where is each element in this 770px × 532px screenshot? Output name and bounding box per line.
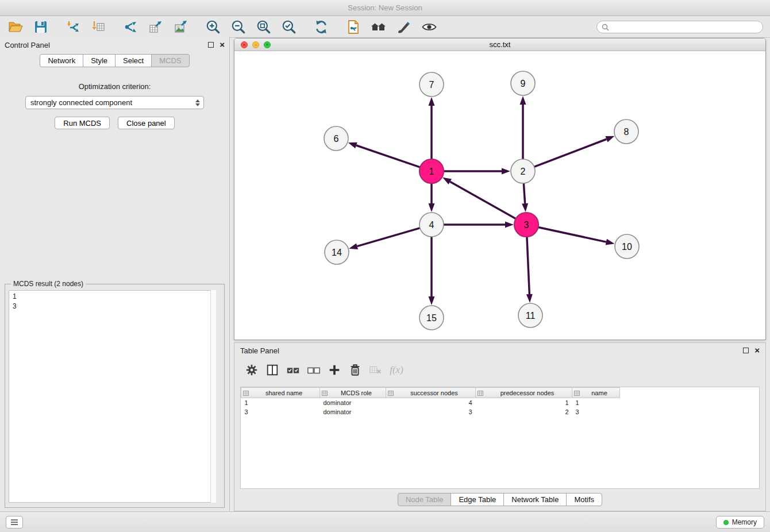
table-cell[interactable]: 3 (386, 407, 476, 417)
graph-edge-arrowhead (522, 203, 528, 212)
graph-node-7[interactable]: 7 (419, 72, 444, 97)
task-history-button[interactable] (6, 516, 23, 529)
zoom-fit-button[interactable] (254, 17, 274, 37)
graph-node-4[interactable]: 4 (419, 213, 444, 237)
graph-node-2[interactable]: 2 (511, 159, 535, 183)
graph-edge-arrowhead (502, 168, 510, 175)
float-table-panel-icon[interactable] (743, 348, 749, 353)
graph-node-10[interactable]: 10 (615, 234, 639, 259)
app-titlebar: Session: New Session (0, 0, 770, 16)
app-title: Session: New Session (348, 3, 422, 12)
graph-node-6[interactable]: 6 (324, 126, 348, 151)
import-network-button[interactable] (63, 17, 83, 37)
graph-node-15[interactable]: 15 (419, 306, 444, 330)
close-mcds-panel-button[interactable]: Close panel (118, 117, 175, 129)
show-neighbors-button[interactable] (369, 17, 388, 37)
table-cell[interactable]: 1 (476, 398, 572, 407)
create-column-button[interactable] (325, 361, 344, 379)
table-row[interactable]: 1dominator411 (241, 398, 620, 407)
tab-network[interactable]: Network (40, 54, 83, 67)
tab-style[interactable]: Style (83, 54, 116, 67)
delete-table-button[interactable] (367, 361, 385, 379)
table-cell[interactable]: 2 (476, 407, 572, 417)
minimize-window-icon[interactable] (252, 41, 259, 48)
import-table-button[interactable] (88, 17, 108, 37)
table-cell[interactable]: 3 (572, 407, 620, 417)
graph-node-label: 4 (429, 220, 434, 230)
column-header-mcds-role[interactable]: MCDS role (320, 388, 386, 398)
table-cell[interactable]: dominator (320, 407, 386, 417)
search-box[interactable] (596, 21, 763, 33)
tab-mcds[interactable]: MCDS (151, 54, 189, 67)
zoom-out-button[interactable] (229, 17, 248, 37)
memory-label: Memory (732, 518, 757, 526)
network-window: scc.txt 1234678910111415 (234, 38, 766, 340)
column-header-shared-name[interactable]: shared name (241, 388, 320, 398)
table-row[interactable]: 3dominator323 (241, 407, 620, 417)
graph-node-3[interactable]: 3 (514, 213, 538, 237)
graph-edge-arrowhead (505, 222, 514, 228)
graph-edge[interactable] (527, 237, 529, 294)
table-cell[interactable]: 1 (241, 398, 320, 407)
network-graph[interactable]: 1234678910111415 (234, 51, 765, 340)
table-cell[interactable]: 4 (386, 398, 476, 407)
graph-edge[interactable] (534, 139, 607, 167)
run-mcds-button[interactable]: Run MCDS (55, 117, 110, 129)
graph-node-11[interactable]: 11 (518, 303, 542, 327)
graph-node-1[interactable]: 1 (419, 159, 444, 183)
graph-node-14[interactable]: 14 (325, 240, 349, 264)
graph-node-9[interactable]: 9 (511, 71, 535, 95)
close-control-panel-icon[interactable] (220, 42, 225, 48)
graph-node-8[interactable]: 8 (614, 119, 638, 144)
tab-select[interactable]: Select (115, 54, 152, 67)
column-header-name[interactable]: name (572, 388, 620, 398)
export-network-button[interactable] (121, 17, 140, 37)
delete-column-button[interactable] (346, 361, 364, 379)
tab-edge-table[interactable]: Edge Table (451, 493, 504, 506)
graph-edge-arrowhead (606, 239, 615, 245)
save-session-button[interactable] (31, 17, 51, 37)
tab-motifs[interactable]: Motifs (566, 493, 602, 506)
style-button[interactable] (394, 17, 414, 37)
column-header-successor-nodes[interactable]: successor nodes (386, 388, 476, 398)
column-header-predecessor-nodes[interactable]: predecessor nodes (476, 388, 572, 398)
unselect-all-columns-button[interactable] (305, 361, 323, 379)
float-panel-icon[interactable] (208, 42, 214, 48)
tab-node-table[interactable]: Node Table (398, 493, 452, 506)
export-image-button[interactable] (171, 17, 191, 37)
tab-network-table[interactable]: Network Table (503, 493, 567, 506)
table-cell[interactable]: 3 (241, 407, 320, 417)
close-table-panel-icon[interactable] (754, 348, 760, 353)
search-input[interactable] (612, 22, 758, 32)
new-network-from-selection-button[interactable] (344, 17, 363, 37)
table-cell[interactable]: dominator (320, 398, 386, 407)
search-icon (602, 24, 609, 31)
zoom-window-icon[interactable] (264, 41, 271, 48)
table-cell[interactable]: 1 (572, 398, 620, 407)
graph-edge[interactable] (356, 145, 420, 167)
graph-edge[interactable] (450, 182, 515, 219)
graph-edge[interactable] (538, 227, 606, 242)
graph-node-label: 7 (429, 80, 434, 90)
toggle-column-button[interactable] (263, 361, 282, 379)
apply-layout-button[interactable] (311, 17, 331, 37)
open-session-button[interactable] (6, 17, 25, 37)
table-settings-button[interactable] (242, 361, 261, 379)
close-window-icon[interactable] (241, 41, 248, 48)
graph-edge[interactable] (523, 183, 525, 203)
column-header-label: name (591, 390, 607, 396)
column-header-label: successor nodes (410, 390, 458, 396)
memory-button[interactable]: Memory (716, 516, 764, 529)
zoom-in-button[interactable] (203, 17, 223, 37)
select-all-columns-button[interactable] (284, 361, 302, 379)
mcds-result-list[interactable]: 1 3 (9, 290, 216, 503)
export-table-button[interactable] (146, 17, 165, 37)
table-panel-title: Table Panel (240, 346, 743, 355)
function-builder-button[interactable]: f(x) (387, 361, 406, 379)
criterion-dropdown[interactable]: strongly connected component (25, 96, 204, 109)
hide-selected-button[interactable] (419, 17, 439, 37)
result-scrollbar[interactable] (210, 290, 216, 503)
graph-edge[interactable] (357, 228, 420, 246)
checked-boxes-icon (286, 363, 301, 377)
zoom-selected-button[interactable] (279, 17, 299, 37)
